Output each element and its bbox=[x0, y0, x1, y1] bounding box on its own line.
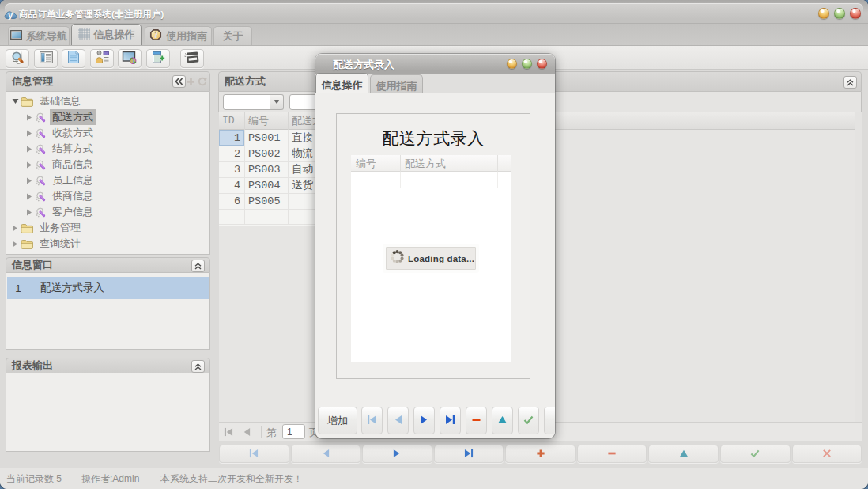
bottom-remove-button[interactable] bbox=[577, 445, 647, 463]
dialog-close-button[interactable] bbox=[537, 59, 547, 69]
tree-item-label[interactable]: 结算方式 bbox=[50, 141, 96, 157]
tree-item-label[interactable]: 查询统计 bbox=[37, 236, 83, 252]
dialog-next-button[interactable] bbox=[413, 407, 435, 434]
grid-cell[interactable]: 自动 bbox=[292, 161, 313, 177]
tree-item-label[interactable]: 商品信息 bbox=[50, 157, 96, 172]
add-tool-icon[interactable] bbox=[187, 77, 195, 89]
filter-combobox-1[interactable] bbox=[223, 94, 284, 110]
grid-cell[interactable]: PS004 bbox=[248, 177, 281, 193]
dialog-ok-button[interactable] bbox=[518, 407, 539, 434]
main-tab-4[interactable]: 关于 bbox=[213, 26, 252, 45]
tree-item-客户信息[interactable]: 客户信息 bbox=[6, 204, 209, 220]
bottom-add-button[interactable] bbox=[505, 445, 576, 463]
dialog-add-button[interactable]: 增加 bbox=[318, 407, 357, 434]
dialog-last-button[interactable] bbox=[440, 407, 461, 434]
main-tab-3[interactable]: ?使用指南 bbox=[145, 26, 212, 45]
combo-arrow-icon[interactable] bbox=[270, 94, 284, 110]
tree-collapsed-arrow-icon[interactable] bbox=[9, 241, 21, 248]
minimize-button[interactable] bbox=[818, 8, 829, 19]
page-first-button[interactable] bbox=[221, 425, 236, 439]
dialog-minimize-button[interactable] bbox=[507, 59, 517, 69]
refresh-tool-icon[interactable] bbox=[198, 77, 207, 89]
grid-cell[interactable]: 3 bbox=[219, 161, 240, 177]
tree-item-配送方式[interactable]: 配送方式 bbox=[6, 109, 209, 125]
grid-cell[interactable]: 2 bbox=[219, 146, 240, 161]
bottom-prev-button[interactable] bbox=[291, 445, 361, 463]
tree-item-label[interactable]: 客户信息 bbox=[50, 204, 96, 220]
tree-expanded-arrow-icon[interactable] bbox=[9, 98, 21, 104]
tree-item-label[interactable]: 基础信息 bbox=[37, 93, 83, 109]
bottom-cancel-button[interactable] bbox=[792, 445, 862, 463]
collapse-left-button[interactable] bbox=[172, 75, 186, 88]
tree-item-供商信息[interactable]: 供商信息 bbox=[6, 188, 209, 204]
tree-collapsed-arrow-icon[interactable] bbox=[9, 225, 21, 232]
tree-item-结算方式[interactable]: 结算方式 bbox=[6, 141, 209, 157]
bottom-last-button[interactable] bbox=[434, 445, 504, 463]
maximize-button[interactable] bbox=[834, 8, 845, 19]
dialog-maximize-button[interactable] bbox=[522, 59, 532, 69]
tree-collapsed-arrow-icon[interactable] bbox=[24, 209, 35, 216]
panel-header-info-window[interactable]: 信息窗口 bbox=[6, 257, 210, 273]
page-prev-button[interactable] bbox=[240, 425, 254, 439]
tree-collapsed-arrow-icon[interactable] bbox=[24, 130, 35, 137]
collapse-up-button[interactable] bbox=[191, 260, 205, 272]
panel-stack-button[interactable] bbox=[180, 49, 204, 68]
grid-cell[interactable]: 4 bbox=[219, 177, 240, 193]
tree-item-商品信息[interactable]: 商品信息 bbox=[6, 157, 209, 172]
tree-item-查询统计[interactable]: 查询统计 bbox=[6, 236, 209, 252]
dialog-partial-button[interactable] bbox=[544, 407, 555, 434]
dialog-up-button[interactable] bbox=[492, 407, 513, 434]
form-view-button[interactable] bbox=[34, 49, 58, 68]
window-add-button[interactable] bbox=[146, 49, 170, 68]
grid-cell[interactable]: 物流 bbox=[292, 146, 313, 161]
tree-item-label[interactable]: 业务管理 bbox=[37, 220, 83, 236]
tree-item-label[interactable]: 配送方式 bbox=[50, 109, 96, 125]
panel-header-report-output[interactable]: 报表输出 bbox=[6, 358, 210, 373]
dialog-tab-guide[interactable]: 使用指南 bbox=[370, 74, 423, 93]
grid-cell[interactable]: PS005 bbox=[248, 193, 281, 209]
tree-item-label[interactable]: 收款方式 bbox=[50, 125, 96, 141]
grid-column-header-编号[interactable]: 编号 bbox=[248, 112, 269, 129]
tree-collapsed-arrow-icon[interactable] bbox=[24, 177, 35, 184]
mini-grid-col-2[interactable]: 配送方式 bbox=[405, 155, 446, 172]
bottom-first-button[interactable] bbox=[219, 445, 289, 463]
tree-item-业务管理[interactable]: 业务管理 bbox=[6, 220, 209, 236]
tree-collapsed-arrow-icon[interactable] bbox=[24, 114, 35, 121]
dialog-prev-button[interactable] bbox=[387, 407, 409, 434]
bottom-next-button[interactable] bbox=[362, 445, 432, 463]
grid-cell[interactable]: PS001 bbox=[248, 130, 281, 146]
tree-collapsed-arrow-icon[interactable] bbox=[24, 193, 35, 200]
dialog-first-button[interactable] bbox=[361, 407, 383, 434]
dialog-titlebar[interactable]: 配送方式录入 bbox=[315, 54, 555, 74]
tree-item-label[interactable]: 员工信息 bbox=[50, 172, 96, 188]
collapse-panel-button[interactable] bbox=[843, 76, 857, 89]
monitor-globe-button[interactable] bbox=[118, 49, 142, 68]
tree-item-基础信息[interactable]: 基础信息 bbox=[6, 93, 209, 109]
bottom-up-button[interactable] bbox=[648, 445, 719, 463]
grid-cell[interactable]: PS003 bbox=[248, 161, 281, 177]
tree-item-label[interactable]: 供商信息 bbox=[50, 188, 96, 204]
tree-item-收款方式[interactable]: 收款方式 bbox=[6, 125, 209, 141]
info-window-row[interactable]: 1 配送方式录入 bbox=[7, 277, 209, 299]
document-button[interactable] bbox=[62, 49, 85, 68]
collapse-up-button[interactable] bbox=[191, 360, 205, 373]
main-tab-2[interactable]: 信息操作 bbox=[71, 24, 142, 45]
tree-item-员工信息[interactable]: 员工信息 bbox=[6, 172, 209, 188]
page-number-input[interactable] bbox=[282, 424, 305, 439]
bottom-ok-button[interactable] bbox=[720, 445, 791, 463]
grid-cell[interactable]: PS002 bbox=[248, 146, 281, 161]
grid-cell[interactable]: 1 bbox=[219, 130, 240, 146]
main-tab-1[interactable]: 系统导航 bbox=[8, 26, 70, 45]
grid-cell[interactable]: 送货 bbox=[292, 177, 313, 193]
tree-collapsed-arrow-icon[interactable] bbox=[24, 161, 35, 169]
people-org-button[interactable] bbox=[90, 49, 114, 68]
grid-column-header-ID[interactable]: ID bbox=[222, 112, 235, 129]
panel-header-info-manage[interactable]: 信息管理 bbox=[6, 71, 210, 92]
grid-cell[interactable]: 6 bbox=[219, 193, 240, 209]
grid-cell[interactable]: 直接 bbox=[292, 130, 313, 146]
mini-grid-col-1[interactable]: 编号 bbox=[356, 155, 376, 172]
close-button[interactable] bbox=[850, 8, 861, 19]
search-preview-button[interactable] bbox=[6, 49, 29, 68]
dialog-remove-button[interactable] bbox=[466, 407, 487, 434]
tree-collapsed-arrow-icon[interactable] bbox=[24, 146, 35, 153]
